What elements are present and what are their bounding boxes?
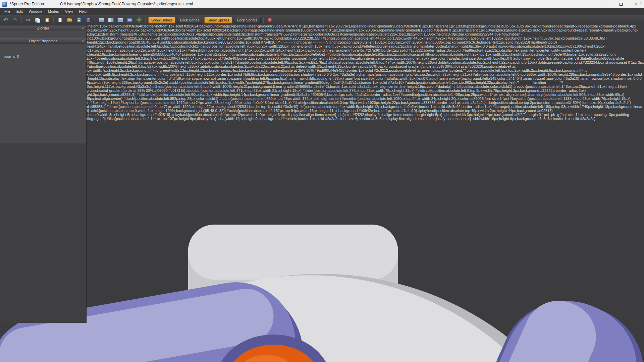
window-title: *Spriter Pro Edition	[10, 2, 44, 6]
v-ruler-label: -150	[0, 182, 644, 186]
toolbar-separator	[95, 17, 95, 23]
object-properties-title: Object Properties	[29, 39, 57, 43]
copy-icon	[35, 18, 40, 22]
canvas-viewport[interactable]	[0, 215, 644, 362]
zorder-item-label: icon_c_0	[4, 54, 19, 58]
redo-icon: ↷	[13, 16, 17, 23]
minimize-icon	[604, 4, 607, 4]
new-file-icon	[58, 18, 62, 22]
save-button[interactable]	[74, 16, 83, 24]
copy-button[interactable]	[33, 16, 42, 24]
title-bar: *Spriter Pro Edition C:\Users\op\Dropbox…	[0, 0, 644, 8]
lock-bones-toggle[interactable]: Lock Bones	[177, 17, 202, 23]
v-ruler: -200-150-100-50050100150200	[0, 173, 644, 215]
undo-button[interactable]: ↶	[1, 16, 10, 24]
open-file-button[interactable]	[65, 16, 74, 24]
menu-bar: FileEditWindowModesViewHelp	[0, 8, 644, 15]
close-icon: ×	[635, 1, 638, 7]
h-ruler-label: 300	[0, 169, 644, 173]
h-ruler-label: -150	[0, 133, 644, 137]
menu-modes[interactable]: Modes	[45, 9, 62, 14]
canvas-area: -300-250-200-150-100-5005010015020025030…	[0, 121, 644, 362]
menu-edit[interactable]: Edit	[13, 9, 26, 14]
close-panel-icon[interactable]: ×	[80, 26, 85, 31]
toolbar-separator	[263, 17, 264, 23]
show-bones-toggle[interactable]: Show Bones	[148, 17, 175, 23]
v-ruler-label: 0	[0, 194, 644, 198]
close-panel-icon[interactable]: ×	[80, 39, 85, 43]
paste-icon	[45, 18, 49, 22]
h-ruler-label: -300	[0, 121, 644, 125]
cut-icon: ✂	[26, 17, 30, 23]
maximize-icon	[620, 3, 623, 6]
view-layout-icon	[99, 18, 104, 22]
view-layout-icon	[127, 18, 132, 22]
h-ruler-label: 150	[0, 157, 644, 161]
bone-tool-button[interactable]	[266, 16, 274, 24]
capsule-sprite[interactable]	[0, 215, 644, 362]
h-ruler-label: 250	[0, 165, 644, 169]
fit-view-icon	[137, 17, 142, 22]
view-layout-4-button[interactable]	[125, 16, 134, 24]
toolbar-separator	[53, 17, 54, 23]
view-layout-2-button[interactable]	[106, 16, 115, 24]
zorder-panel-title: Z-order	[37, 26, 49, 30]
v-ruler-label: 150	[0, 206, 644, 210]
h-ruler-label: 200	[0, 161, 644, 165]
view-layout-icon	[117, 18, 123, 22]
fit-view-button[interactable]	[135, 16, 143, 24]
export-icon	[86, 18, 91, 22]
object-properties-header: Object Properties ×	[0, 38, 86, 44]
main-toolbar: ↶ ↷ ✂ Show Bones Lock Bones Show Sprites…	[0, 15, 644, 25]
h-ruler-label: -100	[0, 137, 644, 141]
zorder-list: c4_0016icon_c_0	[0, 31, 86, 143]
h-ruler-label: -50	[0, 141, 644, 145]
paste-button[interactable]	[43, 16, 51, 24]
close-panel-icon[interactable]: ×	[639, 1, 643, 5]
zorder-item[interactable]: icon_c_0	[0, 48, 86, 65]
open-folder-icon	[67, 18, 72, 22]
maximize-button[interactable]	[613, 0, 629, 8]
toolbar-separator	[145, 17, 146, 23]
v-ruler-label: 50	[0, 198, 644, 202]
menu-file[interactable]: File	[1, 9, 13, 14]
h-ruler: -300-250-200-150-100-5005010015020025030…	[0, 121, 644, 173]
export-button[interactable]	[84, 16, 93, 24]
undo-icon: ↶	[3, 16, 8, 23]
h-ruler-label: -250	[0, 125, 644, 129]
show-sprites-toggle[interactable]: Show Sprites	[204, 17, 232, 23]
view-layout-3-button[interactable]	[116, 16, 124, 24]
toolbar-separator	[21, 17, 22, 23]
menu-window[interactable]: Window	[26, 9, 45, 14]
v-ruler-label: -100	[0, 186, 644, 190]
v-ruler-label: -200	[0, 178, 644, 182]
minimize-button[interactable]	[598, 0, 613, 8]
left-panel: Z-order × c4_0016icon_c_0 HierarchyZ-ord…	[0, 25, 87, 323]
cut-button[interactable]: ✂	[24, 16, 33, 24]
h-ruler-label: 0	[0, 145, 644, 149]
lock-sprites-toggle[interactable]: Lock Sprites	[234, 17, 261, 23]
v-ruler-label: 100	[0, 202, 644, 206]
h-ruler-label: 100	[0, 153, 644, 157]
menu-help[interactable]: Help	[76, 9, 90, 14]
view-layout-1-button[interactable]	[97, 16, 106, 24]
document-path: C:\Users\op\Dropbox\ShmupPack\PowerupCap…	[60, 2, 193, 6]
zorder-panel-header: Z-order ×	[0, 25, 86, 31]
v-ruler-label: 200	[0, 210, 644, 215]
view-layout-icon	[108, 18, 114, 22]
save-icon	[77, 18, 81, 22]
h-ruler-label: 50	[0, 149, 644, 153]
h-ruler-label: -200	[0, 129, 644, 133]
bone-tool-icon	[268, 18, 272, 22]
new-file-button[interactable]	[56, 16, 64, 24]
redo-button[interactable]: ↷	[11, 16, 19, 24]
app-icon	[2, 2, 7, 7]
menu-view[interactable]: View	[62, 9, 76, 14]
v-ruler-label: -50	[0, 190, 644, 194]
